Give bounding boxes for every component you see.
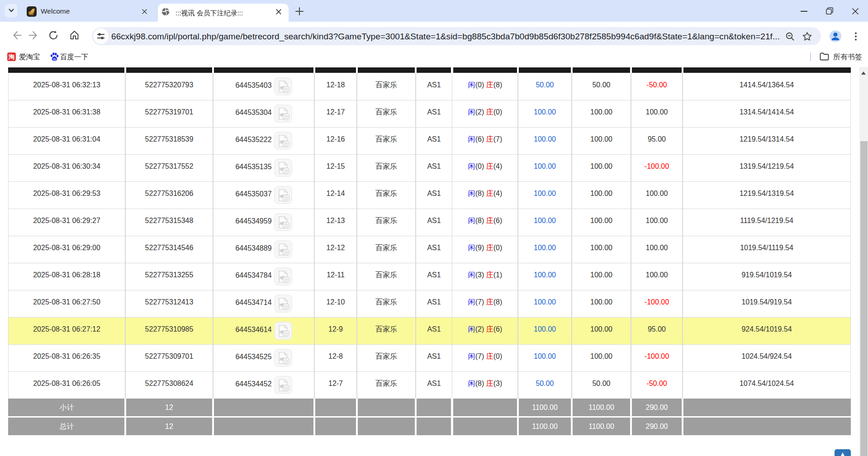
svg-text:du: du (53, 57, 57, 61)
